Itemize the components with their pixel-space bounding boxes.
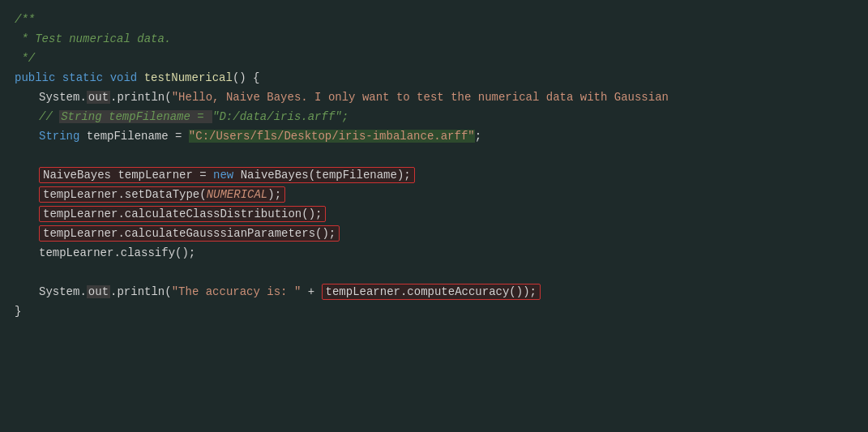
code-line-l10: tempLearner.setDataType(NUMERICAL); bbox=[0, 185, 868, 204]
code-line-l14 bbox=[0, 263, 868, 282]
highlighted-line: NaiveBayes tempLearner = new NaiveBayes(… bbox=[39, 167, 415, 183]
code-line-l16: } bbox=[0, 302, 868, 321]
code-line-l3: */ bbox=[0, 49, 868, 68]
code-line-l8 bbox=[0, 146, 868, 165]
highlighted-line: tempLearner.setDataType(NUMERICAL); bbox=[39, 186, 285, 203]
highlighted-line: tempLearner.calculateGausssianParameters… bbox=[39, 225, 340, 242]
code-line-l2: * Test numerical data. bbox=[0, 29, 868, 49]
code-line-l13: tempLearner.classify(); bbox=[0, 243, 868, 263]
code-line-l9: NaiveBayes tempLearner = new NaiveBayes(… bbox=[0, 165, 868, 185]
code-line-l1: /** bbox=[0, 10, 868, 29]
code-line-l15: System.out.println("The accuracy is: " +… bbox=[0, 282, 868, 302]
code-line-l6: // String tempFilename = "D:/data/iris.a… bbox=[0, 107, 868, 126]
code-line-l4: public static void testNumerical() { bbox=[0, 68, 868, 88]
code-viewer: /** * Test numerical data. */public stat… bbox=[0, 0, 868, 432]
code-line-l5: System.out.println("Hello, Naive Bayes. … bbox=[0, 88, 868, 107]
code-line-l7: String tempFilename = "C:/Users/fls/Desk… bbox=[0, 126, 868, 146]
code-line-l11: tempLearner.calculateClassDistribution()… bbox=[0, 204, 868, 224]
code-lines: /** * Test numerical data. */public stat… bbox=[0, 10, 868, 321]
code-line-l12: tempLearner.calculateGausssianParameters… bbox=[0, 224, 868, 243]
inline-highlight: tempLearner.computeAccuracy()); bbox=[322, 284, 541, 300]
highlighted-line: tempLearner.calculateClassDistribution()… bbox=[39, 206, 326, 222]
